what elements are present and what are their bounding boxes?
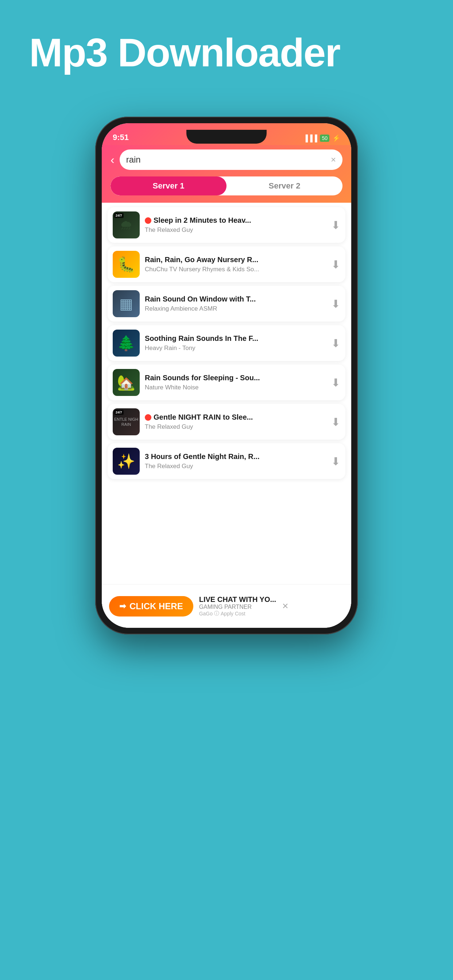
download-button-2[interactable]: ⬇ <box>331 258 340 271</box>
song-title-4: Soothing Rain Sounds In The F... <box>145 334 326 343</box>
ad-subtext: GAMING PARTNER <box>199 604 276 610</box>
song-thumbnail-3: ▦ <box>113 290 140 317</box>
list-item[interactable]: 🌲 Soothing Rain Sounds In The F... Heavy… <box>108 325 345 361</box>
gentle-night-text: ENTLE NIGH RAIN <box>113 417 140 427</box>
song-info-3: Rain Sound On Window with T... Relaxing … <box>145 295 326 312</box>
click-here-button[interactable]: ➡ CLICK HERE <box>109 596 193 617</box>
song-title-3: Rain Sound On Window with T... <box>145 295 326 303</box>
live-dot-1 <box>145 217 152 224</box>
ad-main-text: LIVE CHAT WITH YO... <box>199 595 276 604</box>
song-thumbnail-5: 🏡 <box>113 369 140 396</box>
song-info-4: Soothing Rain Sounds In The F... Heavy R… <box>145 334 326 352</box>
list-item[interactable]: 24/7 ENTLE NIGH RAIN Gentle NIGHT RAIN t… <box>108 404 345 440</box>
click-here-label: CLICK HERE <box>129 601 183 611</box>
download-button-5[interactable]: ⬇ <box>331 376 340 389</box>
list-item[interactable]: 🐛 Rain, Rain, Go Away Nursery R... ChuCh… <box>108 247 345 282</box>
page-title: Mp3 Downloader <box>29 29 340 75</box>
notch <box>187 130 266 144</box>
signal-icon: ▐▐▐ <box>303 135 317 142</box>
live-dot-2 <box>145 414 152 421</box>
ad-banner: ➡ CLICK HERE LIVE CHAT WITH YO... GAMING… <box>102 584 351 628</box>
live-badge: 24/7 <box>114 213 124 218</box>
search-bar-row: ‹ rain × <box>110 150 343 170</box>
song-title-5: Rain Sounds for Sleeping - Sou... <box>145 374 326 382</box>
header: ‹ rain × Server 1 Server 2 <box>102 145 351 203</box>
download-button-1[interactable]: ⬇ <box>331 219 340 232</box>
ad-close-button[interactable]: ✕ <box>282 601 289 611</box>
battery-icon: 50 <box>320 135 329 142</box>
phone-screen: 9:51 ▐▐▐ 50 ⚡ ‹ rain × Server 1 <box>102 123 351 628</box>
song-info-7: 3 Hours of Gentle Night Rain, R... The R… <box>145 452 326 470</box>
song-artist-4: Heavy Rain - Tony <box>145 345 326 352</box>
search-query: rain <box>126 154 331 165</box>
info-icon: ⓘ <box>214 610 219 617</box>
arrow-icon: ➡ <box>119 601 126 611</box>
ad-text-block: LIVE CHAT WITH YO... GAMING PARTNER GaGo… <box>199 595 276 617</box>
download-button-3[interactable]: ⬇ <box>331 298 340 310</box>
phone-frame: 9:51 ▐▐▐ 50 ⚡ ‹ rain × Server 1 <box>95 117 358 635</box>
song-thumbnail-6: 24/7 ENTLE NIGH RAIN <box>113 408 140 435</box>
list-item[interactable]: 🏡 Rain Sounds for Sleeping - Sou... Natu… <box>108 364 345 400</box>
song-thumbnail-7: ✨ <box>113 448 140 475</box>
status-icons: ▐▐▐ 50 ⚡ <box>303 134 340 142</box>
clear-button[interactable]: × <box>331 154 336 165</box>
song-info-5: Rain Sounds for Sleeping - Sou... Nature… <box>145 374 326 391</box>
download-button-4[interactable]: ⬇ <box>331 337 340 350</box>
song-artist-6: The Relaxed Guy <box>145 423 326 431</box>
ad-provider-sub: Apply Cost <box>221 611 246 617</box>
back-button[interactable]: ‹ <box>110 153 115 167</box>
bolt-icon: ⚡ <box>332 134 340 142</box>
song-thumbnail-1: 24/7 🌧 <box>113 212 140 239</box>
song-thumbnail-4: 🌲 <box>113 329 140 356</box>
song-thumbnail-2: 🐛 <box>113 251 140 278</box>
list-item[interactable]: ✨ 3 Hours of Gentle Night Rain, R... The… <box>108 443 345 479</box>
song-info-1: Sleep in 2 Minutes to Heav... The Relaxe… <box>145 216 326 234</box>
song-artist-1: The Relaxed Guy <box>145 226 326 234</box>
list-item[interactable]: ▦ Rain Sound On Window with T... Relaxin… <box>108 286 345 321</box>
song-title-7: 3 Hours of Gentle Night Rain, R... <box>145 452 326 461</box>
song-info-2: Rain, Rain, Go Away Nursery R... ChuChu … <box>145 256 326 273</box>
download-button-6[interactable]: ⬇ <box>331 415 340 428</box>
live-badge-2: 24/7 <box>114 410 124 415</box>
list-item[interactable]: 24/7 🌧 Sleep in 2 Minutes to Heav... The… <box>108 207 345 243</box>
song-title-2: Rain, Rain, Go Away Nursery R... <box>145 256 326 264</box>
song-title-1: Sleep in 2 Minutes to Heav... <box>145 216 326 224</box>
song-artist-2: ChuChu TV Nursery Rhymes & Kids So... <box>145 266 326 273</box>
song-list: 24/7 🌧 Sleep in 2 Minutes to Heav... The… <box>102 203 351 591</box>
server-tab-2[interactable]: Server 2 <box>226 177 343 196</box>
song-artist-7: The Relaxed Guy <box>145 463 326 470</box>
download-button-7[interactable]: ⬇ <box>331 455 340 468</box>
server-tabs: Server 1 Server 2 <box>110 177 343 196</box>
status-time: 9:51 <box>113 133 129 142</box>
song-artist-5: Nature White Noise <box>145 384 326 391</box>
song-artist-3: Relaxing Ambience ASMR <box>145 305 326 312</box>
song-title-6: Gentle NIGHT RAIN to Slee... <box>145 413 326 422</box>
server-tab-1[interactable]: Server 1 <box>110 177 226 196</box>
song-info-6: Gentle NIGHT RAIN to Slee... The Relaxed… <box>145 413 326 431</box>
search-input-container[interactable]: rain × <box>120 150 343 170</box>
ad-provider: GaGo ⓘ Apply Cost <box>199 610 276 617</box>
